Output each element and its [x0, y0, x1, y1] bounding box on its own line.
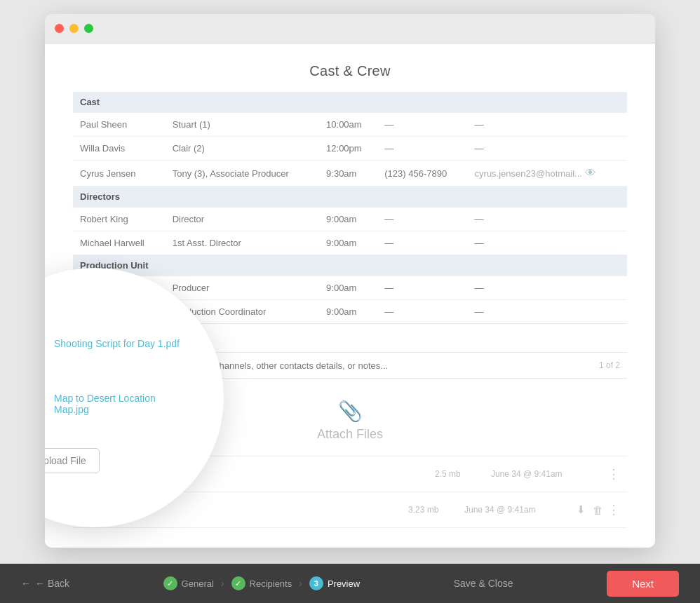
production-group-header: Production Unit: [73, 255, 627, 276]
bottom-navigation-bar: ← ← Back ✓ General › ✓ Recipients › 3 Pr…: [0, 564, 700, 603]
step-recipients-check: ✓: [231, 576, 245, 590]
member-email: —: [468, 208, 627, 231]
chevron-icon-1: ›: [221, 578, 224, 589]
member-role: Tony (3), Associate Producer: [166, 161, 319, 187]
member-role: Director: [166, 208, 319, 231]
page-indicator: 1 of 2: [599, 360, 620, 370]
overlay-file-pdf: PDF Shooting Script for Day 1.pdf: [45, 322, 180, 365]
browser-window: Cast & Crew Cast Paul Sheen Stuart (1) 1…: [45, 14, 655, 548]
file-more-2[interactable]: ⋮: [607, 502, 620, 517]
member-name: Michael Harwell: [73, 231, 166, 255]
table-row: Paul Sheen Stuart (1) 10:00am — —: [73, 113, 627, 137]
member-phone: (123) 456-7890: [377, 161, 467, 187]
member-phone: —: [377, 231, 467, 255]
member-time: 9:00am: [319, 300, 377, 324]
overlay-pdf-name[interactable]: Shooting Script for Day 1.pdf: [54, 338, 180, 349]
view-email-icon[interactable]: 👁: [585, 167, 596, 179]
save-close-label: Save & Close: [454, 578, 513, 589]
directors-group-header: Directors: [73, 187, 627, 208]
member-email: —: [468, 276, 627, 300]
download-icon[interactable]: ⬇: [577, 503, 586, 516]
member-time: 9:30am: [319, 161, 377, 187]
member-phone: —: [377, 113, 467, 137]
overlay-file-jpg: JPG Map to Desert Location Map.jpg: [45, 382, 189, 426]
table-row: Michael Harwell 1st Asst. Director 9:00a…: [73, 231, 627, 255]
upload-file-button[interactable]: Upload File: [45, 448, 100, 473]
maximize-window-btn[interactable]: [84, 24, 93, 33]
save-close-button[interactable]: Save & Close: [454, 578, 513, 589]
member-time: 12:00pm: [319, 137, 377, 161]
member-role: Producer: [166, 276, 319, 300]
cast-group-header: Cast: [73, 92, 627, 113]
table-row: Willa Davis Clair (2) 12:00pm — —: [73, 137, 627, 161]
member-phone: —: [377, 276, 467, 300]
member-role: Clair (2): [166, 137, 319, 161]
minimize-window-btn[interactable]: [69, 24, 79, 33]
table-row: Robert King Director 9:00am — —: [73, 208, 627, 231]
upload-file-label: Upload File: [45, 455, 86, 466]
table-row: Cyrus Jensen Tony (3), Associate Produce…: [73, 161, 627, 187]
step-recipients-label: Recipients: [250, 578, 292, 589]
member-name: Paul Sheen: [73, 113, 166, 137]
member-email: —: [468, 137, 627, 161]
back-label: ← Back: [35, 578, 69, 589]
member-phone: —: [377, 208, 467, 231]
member-email: cyrus.jensen23@hotmail... 👁: [468, 161, 627, 187]
overlay-jpg-name[interactable]: Map to Desert Location Map.jpg: [54, 393, 189, 415]
member-phone: —: [377, 300, 467, 324]
back-button[interactable]: ← ← Back: [21, 578, 69, 589]
close-window-btn[interactable]: [55, 24, 64, 33]
member-time: 9:00am: [319, 276, 377, 300]
delete-icon[interactable]: 🗑: [593, 504, 603, 516]
back-arrow-icon: ←: [21, 578, 31, 589]
member-role: Stuart (1): [166, 113, 319, 137]
file-size-2: 3.23 mb: [408, 505, 464, 515]
step-recipients: ✓ Recipients: [231, 576, 292, 590]
file-actions-2: ⬇ 🗑: [577, 503, 603, 516]
step-preview: 3 Preview: [309, 576, 360, 590]
step-general: ✓ General: [163, 576, 214, 590]
step-general-check: ✓: [163, 576, 177, 590]
step-preview-label: Preview: [328, 578, 360, 589]
file-date-1: June 34 @ 9:41am: [491, 469, 603, 479]
file-date-2: June 34 @ 9:41am: [464, 505, 577, 515]
member-time: 9:00am: [319, 231, 377, 255]
member-phone: —: [377, 137, 467, 161]
next-label: Next: [632, 578, 654, 590]
member-email: —: [468, 113, 627, 137]
step-preview-number: 3: [309, 576, 323, 590]
file-more-1[interactable]: ⋮: [607, 466, 620, 482]
member-email: —: [468, 231, 627, 255]
member-role: 1st Asst. Director: [166, 231, 319, 255]
member-email: —: [468, 300, 627, 324]
steps-container: ✓ General › ✓ Recipients › 3 Preview: [163, 576, 361, 590]
file-size-1: 2.5 mb: [435, 469, 491, 479]
browser-content: Cast & Crew Cast Paul Sheen Stuart (1) 1…: [45, 43, 655, 548]
browser-toolbar: [45, 14, 655, 43]
member-name: Willa Davis: [73, 137, 166, 161]
member-time: 9:00am: [319, 208, 377, 231]
member-name: Robert King: [73, 208, 166, 231]
member-name: Cyrus Jensen: [73, 161, 166, 187]
step-general-label: General: [182, 578, 214, 589]
next-button[interactable]: Next: [607, 571, 679, 597]
chevron-icon-2: ›: [299, 578, 302, 589]
cast-crew-title: Cast & Crew: [73, 63, 627, 79]
member-time: 10:00am: [319, 113, 377, 137]
